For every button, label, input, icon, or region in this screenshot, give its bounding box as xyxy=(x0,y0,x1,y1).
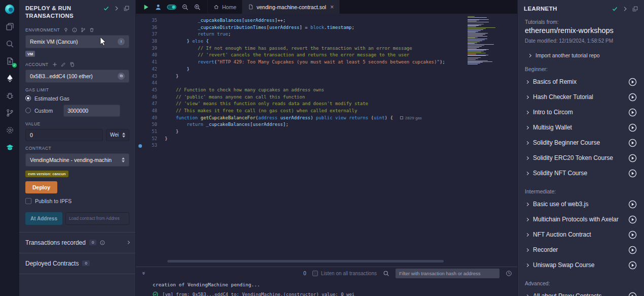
play-circle-icon[interactable] xyxy=(628,139,637,147)
transaction-log-row[interactable]: [vm] from: 0x5B3...eddC4 to: VendingMach… xyxy=(153,291,517,296)
line-number[interactable]: 43 xyxy=(144,73,157,80)
code-line[interactable]: 52} xyxy=(136,136,517,143)
tutorial-item[interactable]: Solidity ERC20 Token Course xyxy=(525,150,637,166)
line-number[interactable]: 36 xyxy=(144,24,157,31)
remix-logo[interactable] xyxy=(4,4,15,15)
code-line[interactable]: 44 xyxy=(136,80,517,87)
environment-select[interactable]: Remix VM (Cancun) i xyxy=(25,35,129,48)
line-number[interactable]: 53 xyxy=(144,142,157,149)
line-number[interactable]: 35 xyxy=(144,17,157,24)
debugger-icon[interactable] xyxy=(4,90,15,101)
line-number[interactable]: 37 xyxy=(144,31,157,38)
line-number[interactable]: 44 xyxy=(144,80,157,87)
import-tutorial-repo[interactable]: Import another tutorial repo xyxy=(525,52,637,58)
listen-all-transactions[interactable]: Listen on all transactions xyxy=(312,271,377,276)
line-number[interactable]: 41 xyxy=(144,59,157,66)
code-line[interactable]: 41 revert("HTTP 429: Too Many Cupcakes (… xyxy=(136,59,517,66)
popout-icon[interactable] xyxy=(632,6,638,12)
file-explorer-icon[interactable] xyxy=(4,21,15,32)
play-circle-icon[interactable] xyxy=(628,123,637,132)
line-number[interactable]: 50 xyxy=(144,121,157,128)
code-line[interactable]: 43 } xyxy=(136,73,517,80)
code-line[interactable]: 51 } xyxy=(136,128,517,136)
popout-icon[interactable] xyxy=(124,6,129,11)
estimated-gas-radio[interactable] xyxy=(25,95,31,101)
horizontal-scrollbar[interactable] xyxy=(167,260,444,262)
line-number[interactable]: 52 xyxy=(144,136,157,143)
code-line[interactable]: 42 } xyxy=(136,66,517,73)
zoom-out-icon[interactable] xyxy=(182,4,189,11)
sign-message-icon[interactable] xyxy=(61,62,66,67)
copy-address-button[interactable]: ⧉ xyxy=(118,73,125,80)
account-select[interactable]: 0x5B3...eddC4 (100 ether) ⧉ xyxy=(25,70,129,83)
delete-state-icon[interactable] xyxy=(89,27,94,32)
line-number[interactable]: 42 xyxy=(144,66,157,73)
run-script-icon[interactable] xyxy=(142,4,150,11)
line-number[interactable]: 40 xyxy=(144,52,157,59)
line-number[interactable]: 47 xyxy=(144,101,157,108)
play-circle-icon[interactable] xyxy=(628,169,637,178)
tab-file[interactable]: vending-machine-contract.sol × xyxy=(242,0,340,14)
tutorial-item[interactable]: Multichain Protocols with Axelar xyxy=(525,212,637,227)
clock-icon[interactable] xyxy=(506,270,512,277)
code-line[interactable]: 38 } else { xyxy=(136,38,517,45)
line-number[interactable]: 39 xyxy=(144,45,157,52)
environment-pin-icon[interactable] xyxy=(63,27,68,32)
play-circle-icon[interactable] xyxy=(628,93,637,102)
terminal-filter-input[interactable] xyxy=(396,269,499,278)
publish-ipfs-row[interactable]: Publish to IPFS xyxy=(25,198,129,204)
settings-icon[interactable] xyxy=(4,124,15,136)
at-address-button[interactable]: At Address xyxy=(25,212,62,225)
code-line[interactable]: 40 // 'revert' cancels the transaction a… xyxy=(136,52,517,59)
custom-gas-option[interactable]: Custom xyxy=(25,105,129,117)
play-circle-icon[interactable] xyxy=(628,231,637,239)
custom-gas-radio[interactable] xyxy=(25,108,31,113)
deploy-run-icon[interactable] xyxy=(4,73,15,84)
chevron-right-icon[interactable] xyxy=(114,6,119,11)
play-circle-icon[interactable] xyxy=(628,154,637,162)
fork-state-icon[interactable] xyxy=(81,27,86,32)
play-circle-icon[interactable] xyxy=(628,261,637,270)
play-circle-icon[interactable] xyxy=(628,78,637,86)
code-line[interactable]: 37 return true; xyxy=(136,31,517,38)
chevron-right-icon[interactable] xyxy=(622,6,628,12)
solidity-compiler-icon[interactable]: ✓ xyxy=(4,55,15,67)
tutorial-item[interactable]: Basic use of web3.js xyxy=(525,196,637,212)
git-icon[interactable] xyxy=(4,107,15,118)
collapse-terminal-icon[interactable]: » xyxy=(141,270,147,276)
deploy-button[interactable]: Deploy xyxy=(25,181,57,193)
code-line[interactable]: 50 return _cupcakeBalances[userAddress]; xyxy=(136,121,517,128)
code-line[interactable]: 53 xyxy=(136,142,517,149)
copilot-toggle[interactable] xyxy=(167,4,176,11)
transactions-recorded-section[interactable]: Transactions recorded 0 xyxy=(19,232,135,253)
code-line[interactable]: 45 // Function to check how many cupcake… xyxy=(136,87,517,94)
search-icon[interactable] xyxy=(4,38,15,49)
terminal-output[interactable]: creation of VendingMachine pending... [v… xyxy=(136,279,517,296)
line-number[interactable]: 49 xyxy=(144,115,157,122)
estimated-gas-option[interactable]: Estimated Gas xyxy=(25,95,129,102)
line-number[interactable]: 38 xyxy=(144,38,157,45)
minimap[interactable] xyxy=(468,16,491,67)
tutorial-item[interactable]: Hash Checker Tutorial xyxy=(525,89,637,105)
at-address-input[interactable] xyxy=(65,212,129,225)
search-icon[interactable] xyxy=(383,270,389,277)
play-circle-icon[interactable] xyxy=(628,292,637,296)
code-line[interactable]: 35 _cupcakeBalances[userAddress]++; xyxy=(136,17,517,24)
tutorial-item[interactable]: Solidity Beginner Course xyxy=(525,135,637,150)
contract-select[interactable]: VendingMachine - vending-machin xyxy=(25,153,129,167)
zoom-in-icon[interactable] xyxy=(194,4,201,11)
code-line[interactable]: 39 // If not enough time has passed, rev… xyxy=(136,45,517,52)
tutorial-item[interactable]: Recorder xyxy=(525,242,637,257)
publish-ipfs-checkbox[interactable] xyxy=(25,198,31,204)
code-line[interactable]: 36 _cupcakeDistributionTimes[userAddress… xyxy=(136,24,517,31)
tutorial-item[interactable]: NFT Auction Contract xyxy=(525,227,637,242)
learneth-plugin-icon[interactable] xyxy=(4,142,15,153)
breakpoint-dot[interactable] xyxy=(138,144,142,148)
tutorial-item[interactable]: Intro to Circom xyxy=(525,105,637,120)
add-account-icon[interactable] xyxy=(52,62,57,67)
copy-account-icon[interactable] xyxy=(69,62,75,67)
line-number[interactable]: 45 xyxy=(144,87,157,94)
tutorial-item[interactable]: Solidity NFT Course xyxy=(525,166,637,181)
tutorial-item[interactable]: Multisig Wallet xyxy=(525,120,637,135)
value-input[interactable] xyxy=(25,129,103,141)
